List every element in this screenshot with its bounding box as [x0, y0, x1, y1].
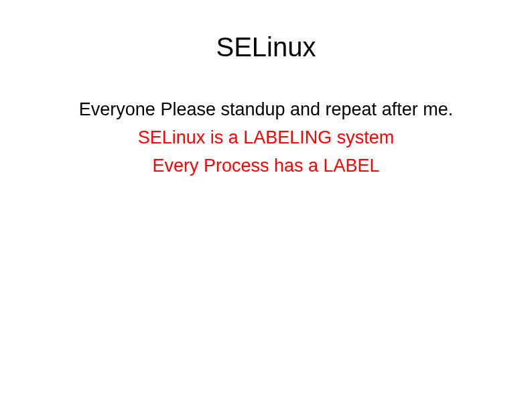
slide-title: SELinux: [0, 32, 532, 62]
slide-container: SELinux Everyone Please standup and repe…: [0, 0, 532, 399]
body-line-1: Everyone Please standup and repeat after…: [0, 96, 532, 124]
body-line-2: SELinux is a LABELING system: [0, 124, 532, 152]
body-line-3: Every Process has a LABEL: [0, 152, 532, 180]
